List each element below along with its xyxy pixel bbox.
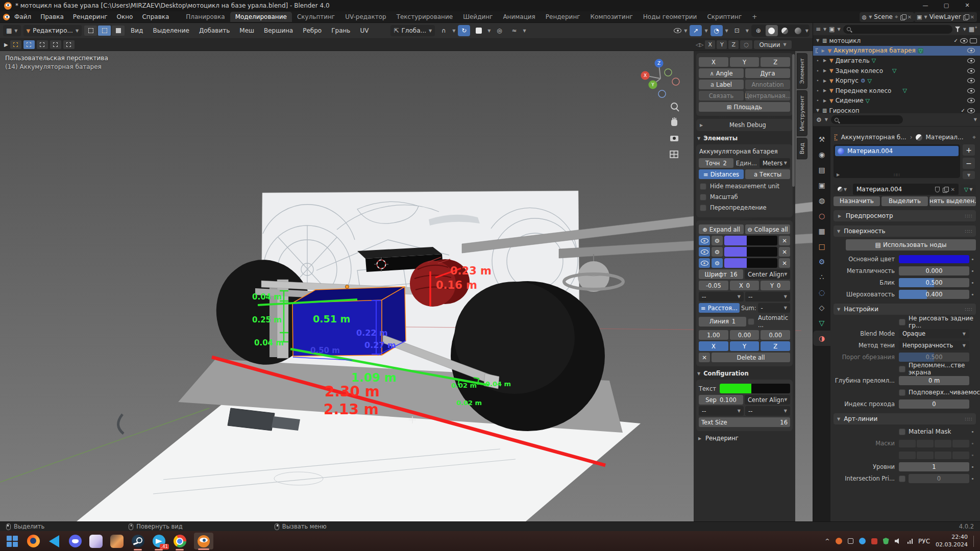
workspace-tab-sculpting[interactable]: Скульптинг <box>292 12 340 22</box>
settings-panel-header[interactable]: ▼ Настройки ∷∷ <box>834 304 976 315</box>
scene-selector[interactable]: ◍ ▼ Scene ⌖ ✕ <box>860 12 915 22</box>
eye-icon[interactable] <box>967 78 975 83</box>
chevron-right-icon[interactable]: ▶ <box>821 48 826 53</box>
tray-app-icon[interactable] <box>836 538 842 544</box>
outliner-collection-row[interactable]: ▼ ▥ мотоцикл ✓ <box>813 36 980 46</box>
align-dropdown[interactable]: Center Align▼ <box>745 395 790 405</box>
workspace-tab-scripting[interactable]: Скриптинг <box>702 12 747 22</box>
assign-button[interactable]: Назначить <box>834 196 880 206</box>
delete-measure-button[interactable]: ✕ <box>779 236 790 245</box>
settings-toggle[interactable]: ⚙ <box>712 236 723 245</box>
sep-field[interactable]: Sep0.100 <box>699 395 743 405</box>
show-overlays-icon[interactable]: ◔ <box>710 25 723 36</box>
mask-bit[interactable] <box>917 440 934 447</box>
empty-dropdown[interactable]: --▼ <box>745 292 790 302</box>
snap-toggle-icon[interactable]: ↻ <box>458 25 470 36</box>
delete-all-button[interactable]: Delete all <box>712 353 790 362</box>
workspace-tab-shading[interactable]: Шейдинг <box>458 12 498 22</box>
menu-window[interactable]: Окно <box>112 13 138 20</box>
mask-bit[interactable] <box>952 452 969 459</box>
filter-funnel-icon[interactable] <box>955 27 961 32</box>
delete-measure-button[interactable]: ✕ <box>779 258 790 268</box>
taskbar-app-vscode[interactable] <box>47 534 61 548</box>
workspace-tab-modeling[interactable]: Моделирование <box>230 12 292 22</box>
workspace-tab-compositing[interactable]: Композитинг <box>585 12 638 22</box>
axis-y-toggle[interactable]: Y <box>730 341 760 351</box>
taskbar-app-firefox[interactable] <box>26 534 40 548</box>
taskbar-app-blender-active[interactable] <box>193 534 214 548</box>
lineart-panel-header[interactable]: ▼ Арт-линии ∷∷ <box>834 413 976 424</box>
chevron-down-icon[interactable]: ▼ <box>815 108 820 113</box>
show-gizmo-icon[interactable]: ↗ <box>690 25 702 36</box>
automatic-checkbox[interactable] <box>748 318 754 325</box>
taskbar-app-telegram[interactable]: .41 <box>152 534 166 548</box>
distance-type-toggle[interactable]: ≡Расстоя... <box>699 303 740 313</box>
gizmo-x-negative[interactable] <box>672 78 679 85</box>
active-tool-icon[interactable]: ▶ <box>4 42 8 47</box>
taskbar-app-game-launcher[interactable] <box>89 534 103 548</box>
wireframe-shading-icon[interactable]: ⊕ <box>752 25 765 36</box>
roughness-slider[interactable]: 0.400 <box>899 290 969 299</box>
slot-specials-menu[interactable]: ▼ <box>963 171 975 179</box>
area-button[interactable]: ⊞Площадь <box>699 102 790 112</box>
mode-dropdown[interactable]: ▼ Редактиро... ▼ <box>23 25 82 36</box>
tab-tool[interactable]: Инструмент <box>797 90 807 136</box>
specular-slider[interactable]: 0.500 <box>899 278 969 287</box>
drag-grip-icon[interactable]: ∷∷ <box>965 307 972 312</box>
measure-y-button[interactable]: Y <box>730 57 760 67</box>
workspace-tab-texture[interactable]: Текстурирование <box>391 12 458 22</box>
gizmo-z-label[interactable]: Z <box>657 61 660 66</box>
menu-file[interactable]: Файл <box>10 13 36 20</box>
tab-modifiers-icon[interactable]: ⚙ <box>813 254 830 269</box>
workspace-add-button[interactable]: + <box>747 12 762 22</box>
refraction-depth-field[interactable]: 0 m <box>899 376 969 385</box>
mirror-y-button[interactable]: Y <box>717 40 727 49</box>
maximize-button[interactable]: ▢ <box>938 0 955 11</box>
annotation-button[interactable]: Annotation <box>745 80 790 89</box>
close-button[interactable]: ✕ <box>959 0 976 11</box>
menu-vertex[interactable]: Вершина <box>260 27 297 34</box>
distances-toggle[interactable]: ≡Distances <box>699 169 744 179</box>
tray-antivirus-icon[interactable] <box>883 538 889 544</box>
network-icon[interactable] <box>908 539 913 544</box>
vector-y-field[interactable]: 0.00 <box>730 330 760 340</box>
rendered-shading-icon[interactable] <box>792 25 804 36</box>
tab-particles-icon[interactable]: ∴ <box>813 269 830 285</box>
chevron-down-icon[interactable]: ▼ <box>815 38 820 43</box>
refraction-checkbox[interactable] <box>899 366 905 372</box>
menu-mesh[interactable]: Меш <box>236 27 258 34</box>
material-mask-checkbox[interactable] <box>899 429 905 435</box>
eye-icon[interactable] <box>967 58 975 63</box>
menu-render[interactable]: Рендеринг <box>68 13 112 20</box>
axis-x-toggle[interactable]: X <box>699 341 728 351</box>
material-shading-icon[interactable] <box>779 25 791 36</box>
new-collection-icon[interactable]: ▦+ <box>969 26 977 33</box>
intersection-field[interactable]: 0 <box>909 474 969 483</box>
tab-constraints-icon[interactable]: ◇ <box>813 300 830 315</box>
mask-bit[interactable] <box>935 452 951 459</box>
blend-mode-dropdown[interactable]: Opaque▼ <box>899 329 969 338</box>
menu-uv[interactable]: UV <box>356 27 372 34</box>
eye-icon[interactable] <box>967 88 975 93</box>
node-material-icon[interactable]: ▽▼ <box>961 185 976 194</box>
vector-x-field[interactable]: 1.00 <box>699 330 728 340</box>
vertex-select-button[interactable] <box>84 26 97 36</box>
eye-icon[interactable] <box>960 38 968 43</box>
gizmo-x-label[interactable]: X <box>644 73 647 78</box>
gizmo-z-negative[interactable] <box>658 90 666 97</box>
text-color-swatch[interactable] <box>720 384 790 393</box>
proportional-edit-icon[interactable]: ◎ <box>493 25 505 36</box>
menu-face[interactable]: Грань <box>328 27 354 34</box>
workspace-tab-rendering[interactable]: Рендеринг <box>541 12 585 22</box>
workspace-tab-uv[interactable]: UV-редактор <box>340 12 391 22</box>
display-mode-icon[interactable]: ≡ <box>816 26 821 33</box>
eye-icon[interactable] <box>967 68 975 73</box>
solid-shading-icon[interactable] <box>766 25 778 36</box>
tray-app-icon[interactable] <box>871 538 877 544</box>
select-mode-new[interactable] <box>10 40 21 49</box>
pass-index-field[interactable]: 0 <box>899 399 969 409</box>
chevron-down-icon[interactable]: ▼ <box>974 117 977 122</box>
base-color-swatch[interactable] <box>899 255 969 263</box>
select-mode-subtract[interactable] <box>37 40 48 49</box>
workspace-tab-geonodes[interactable]: Ноды геометрии <box>638 12 702 22</box>
